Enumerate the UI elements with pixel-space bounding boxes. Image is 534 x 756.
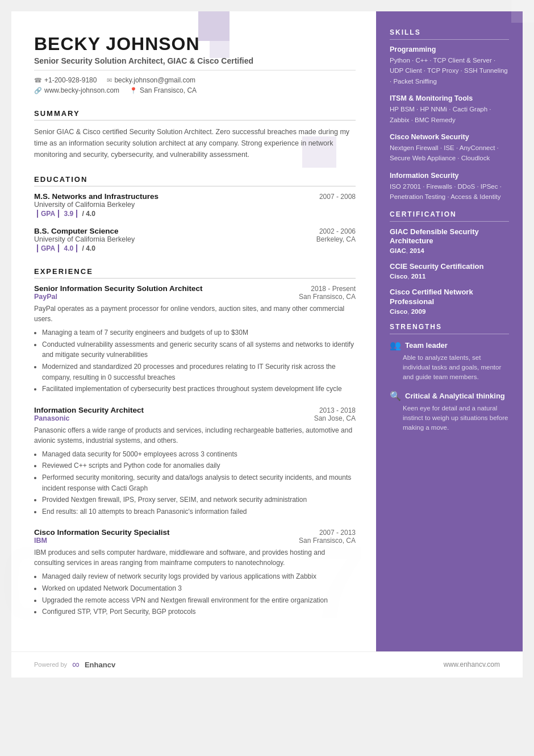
location-text: San Fransisco, CA [140, 86, 197, 94]
contact-email: ✉ becky.johnson@gmail.com [107, 76, 195, 84]
cert-year-1: 2011 [411, 273, 426, 280]
contact-row-2: 🔗 www.becky-johnson.com 📍 San Fransisco,… [34, 86, 356, 94]
cert-header: CERTIFICATION [390, 210, 509, 222]
exp-bullet-2-2: Upgraded the remote access VPN and Nextg… [42, 595, 356, 606]
exp-bullets-2: Managed daily review of network security… [34, 571, 356, 617]
cert-item-1: CCIE Security Certification Cisco, 2011 [390, 262, 509, 280]
strength-item-0: 👥 Team leader Able to analyze talents, s… [390, 340, 509, 383]
exp-bullet-2-3: Configured STP, VTP, Port Security, BGP … [42, 607, 356, 617]
sidebar-deco [511, 0, 534, 23]
contact-row-1: ☎ +1-200-928-9180 ✉ becky.johnson@gmail.… [34, 76, 356, 84]
skill-cat-1: ITSM & Monitoring Tools HP BSM · HP NNMi… [390, 94, 509, 125]
strengths-section: STRENGTHS 👥 Team leader Able to analyze … [390, 323, 509, 433]
phone-icon: ☎ [34, 77, 42, 84]
exp-company-2: IBM [34, 537, 47, 545]
strength-desc-0: Able to analyze talents, set individual … [390, 353, 509, 383]
cert-item-2: Cisco Certified Network Professional Cis… [390, 288, 509, 315]
strength-item-1: 🔍 Critical & Analytical thinking Keen ey… [390, 391, 509, 433]
footer-logo: Powered by ∞ Enhancv [34, 659, 115, 671]
edu-year-0: 2007 - 2008 [319, 193, 356, 201]
summary-text: Senior GIAC & Cisco certified Security S… [34, 126, 356, 160]
experience-item-1: Information Security Architect 2013 - 20… [34, 406, 356, 517]
exp-company-row-0: PayPal San Fransisco, CA [34, 293, 356, 301]
exp-title-1: Information Security Architect [34, 406, 144, 414]
education-header: EDUCATION [34, 175, 356, 186]
email-icon: ✉ [107, 77, 112, 84]
edu-year-1: 2002 - 2006 [319, 227, 356, 235]
exp-location-0: San Fransisco, CA [299, 293, 356, 301]
experience-header: EXPERIENCE [34, 267, 356, 279]
strength-name-0: Team leader [405, 341, 448, 350]
main-column: 0 7 BECKY JOHNSON Senior Security Soluti… [11, 11, 376, 651]
skill-cat-3: Information Security ISO 27001 · Firewal… [390, 172, 509, 202]
strength-icon-0: 👥 [390, 340, 401, 351]
location-icon: 📍 [130, 87, 137, 94]
skill-cat-0: Programming Python · C++ · TCP Client & … [390, 45, 509, 86]
cert-issuer-2: Cisco, 2009 [390, 308, 509, 315]
exp-company-0: PayPal [34, 293, 57, 301]
edu-row-0: M.S. Networks and Infrastructures 2007 -… [34, 192, 356, 201]
exp-bullet-0-0: Managing a team of 7 security engineers … [42, 327, 356, 338]
email-text: becky.johnson@gmail.com [114, 76, 195, 84]
exp-bullet-1-0: Managed data security for 5000+ employee… [42, 449, 356, 460]
cert-issuer-1: Cisco, 2011 [390, 273, 509, 280]
cert-issuer-0: GIAC, 2014 [390, 247, 509, 254]
skill-items-2: Nextgen Firewall · ISE · AnyConnect · Se… [390, 143, 509, 164]
cert-issuer-name-1: Cisco [390, 273, 407, 280]
skill-cat-name-0: Programming [390, 45, 509, 53]
cert-issuer-name-2: Cisco [390, 308, 407, 315]
summary-section: SUMMARY Senior GIAC & Cisco certified Se… [34, 109, 356, 160]
cert-name-2: Cisco Certified Network Professional [390, 288, 509, 307]
exp-date-2: 2007 - 2013 [319, 529, 356, 537]
skill-items-0: Python · C++ · TCP Client & Server · UDP… [390, 55, 509, 86]
candidate-title: Senior Security Solution Architect, GIAC… [34, 56, 356, 70]
experience-section: EXPERIENCE Senior Information Security S… [34, 267, 356, 617]
edu-school-row-0: University of California Berkeley [34, 201, 356, 209]
education-item-0: M.S. Networks and Infrastructures 2007 -… [34, 192, 356, 218]
footer-website: www.enhancv.com [444, 661, 500, 668]
powered-by-text: Powered by [34, 661, 67, 668]
footer: Powered by ∞ Enhancv www.enhancv.com [11, 651, 523, 678]
header-section: BECKY JOHNSON Senior Security Solution A… [34, 34, 356, 94]
exp-bullet-1-1: Reviewed C++ scripts and Python code for… [42, 460, 356, 471]
contact-phone: ☎ +1-200-928-9180 [34, 76, 97, 84]
sidebar-column: SKILLS Programming Python · C++ · TCP Cl… [376, 11, 523, 651]
strength-header-1: 🔍 Critical & Analytical thinking [390, 391, 509, 401]
cert-issuer-name-0: GIAC [390, 247, 406, 254]
summary-header: SUMMARY [34, 109, 356, 121]
exp-desc-1: Panasonic offers a wide range of product… [34, 425, 356, 446]
edu-row-1: B.S. Computer Science 2002 - 2006 [34, 227, 356, 235]
exp-bullet-1-3: Provided Nextgen firewall, IPS, Proxy se… [42, 495, 356, 505]
skill-cat-2: Cisco Network Security Nextgen Firewall … [390, 133, 509, 164]
strength-name-1: Critical & Analytical thinking [405, 392, 505, 400]
enhancv-brand: Enhancv [85, 661, 115, 669]
edu-degree-0: M.S. Networks and Infrastructures [34, 192, 158, 201]
strength-desc-1: Keen eye for detail and a natural instin… [390, 404, 509, 433]
edu-loc-1: Berkeley, CA [316, 235, 356, 243]
exp-location-1: San Jose, CA [314, 414, 356, 422]
exp-bullet-0-2: Modernized and standardized 20 processes… [42, 362, 356, 383]
edu-school-1: University of California Berkeley [34, 235, 135, 243]
cert-year-0: 2014 [410, 247, 424, 254]
resume-body: 0 7 BECKY JOHNSON Senior Security Soluti… [11, 11, 523, 651]
edu-gpa-1: GPA 4.0 / 4.0 [34, 244, 356, 252]
edu-degree-1: B.S. Computer Science [34, 227, 119, 235]
strength-header-0: 👥 Team leader [390, 340, 509, 351]
exp-row-2: Cisco Information Security Specialist 20… [34, 528, 356, 537]
exp-location-2: San Fransisco, CA [299, 537, 356, 545]
skills-section: SKILLS Programming Python · C++ · TCP Cl… [390, 28, 509, 202]
skill-cat-name-3: Information Security [390, 172, 509, 180]
edu-school-row-1: University of California Berkeley Berkel… [34, 235, 356, 243]
exp-row-1: Information Security Architect 2013 - 20… [34, 406, 356, 414]
exp-desc-0: PayPal operates as a payment processor f… [34, 304, 356, 324]
skill-items-3: ISO 27001 · Firewalls · DDoS · IPSec · P… [390, 181, 509, 202]
exp-bullets-1: Managed data security for 5000+ employee… [34, 449, 356, 517]
exp-title-2: Cisco Information Security Specialist [34, 528, 170, 537]
website-text: www.becky-johnson.com [44, 86, 119, 94]
exp-desc-2: IBM produces and sells computer hardware… [34, 547, 356, 568]
link-icon: 🔗 [34, 87, 42, 94]
experience-item-0: Senior Information Security Solution Arc… [34, 284, 356, 394]
phone-text: +1-200-928-9180 [44, 76, 97, 84]
exp-row-0: Senior Information Security Solution Arc… [34, 284, 356, 293]
candidate-name: BECKY JOHNSON [34, 34, 356, 54]
